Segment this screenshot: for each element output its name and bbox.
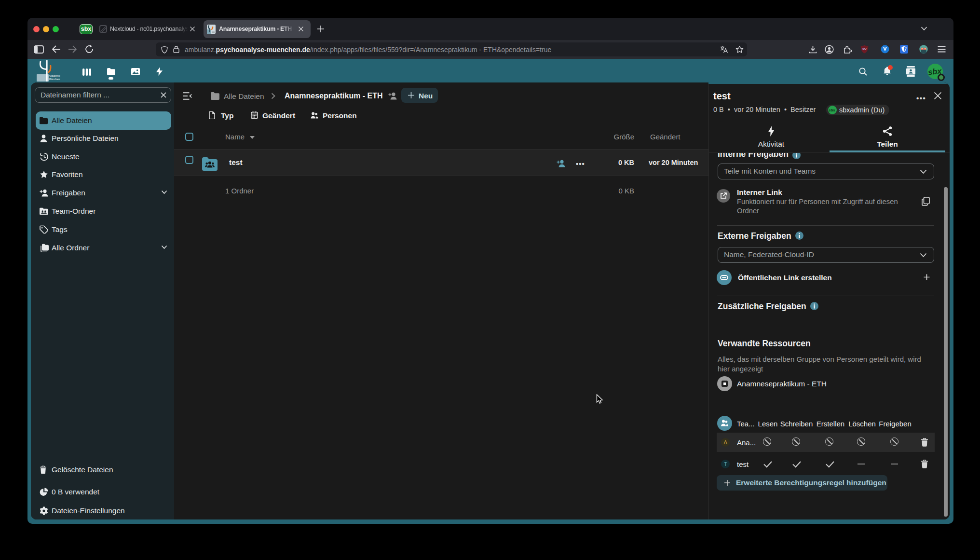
svg-text:uO: uO (862, 47, 867, 50)
svg-text:München: München (49, 78, 60, 81)
svg-text:Akademie: Akademie (49, 74, 60, 77)
